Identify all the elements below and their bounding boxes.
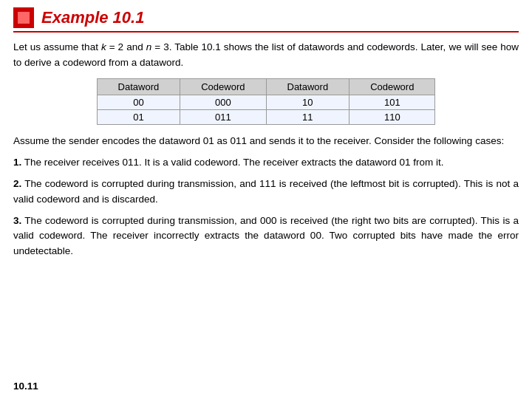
col-header-dataword2: Dataword <box>266 78 349 95</box>
case2-paragraph: 2. The codeword is corrupted during tran… <box>13 177 519 208</box>
cell-cw1-r1: 000 <box>180 95 266 109</box>
cell-cw1-r2: 011 <box>180 109 266 124</box>
cell-dw1-r2: 01 <box>97 109 180 124</box>
footer-number: 10.11 <box>13 381 38 392</box>
codeword-table: Dataword Codeword Dataword Codeword 00 0… <box>97 78 436 125</box>
page: Example 10.1 Let us assume that k = 2 an… <box>0 0 532 399</box>
table-row: 01 011 11 110 <box>97 109 435 124</box>
header-icon <box>13 7 34 28</box>
case3-label: 3. <box>13 215 21 226</box>
table-row: 00 000 10 101 <box>97 95 435 109</box>
cell-dw1-r1: 00 <box>97 95 180 109</box>
case3-paragraph: 3. The codeword is corrupted during tran… <box>13 214 519 260</box>
intro-paragraph: Let us assume that k = 2 and n = 3. Tabl… <box>13 40 519 71</box>
case1-label: 1. <box>13 157 21 168</box>
cell-cw2-r2: 110 <box>349 109 435 124</box>
col-header-codeword1: Codeword <box>180 78 266 95</box>
data-table-container: Dataword Codeword Dataword Codeword 00 0… <box>13 78 519 125</box>
col-header-dataword1: Dataword <box>97 78 180 95</box>
cell-dw2-r2: 11 <box>266 109 349 124</box>
case1-paragraph: 1. The receiver receives 011. It is a va… <box>13 155 519 171</box>
paragraph-intro-cases: Assume the sender encodes the dataword 0… <box>13 134 519 149</box>
header: Example 10.1 <box>13 7 519 33</box>
cell-dw2-r1: 10 <box>266 95 349 109</box>
cell-cw2-r1: 101 <box>349 95 435 109</box>
col-header-codeword2: Codeword <box>349 78 435 95</box>
page-title: Example 10.1 <box>41 8 144 27</box>
case2-label: 2. <box>13 178 21 189</box>
